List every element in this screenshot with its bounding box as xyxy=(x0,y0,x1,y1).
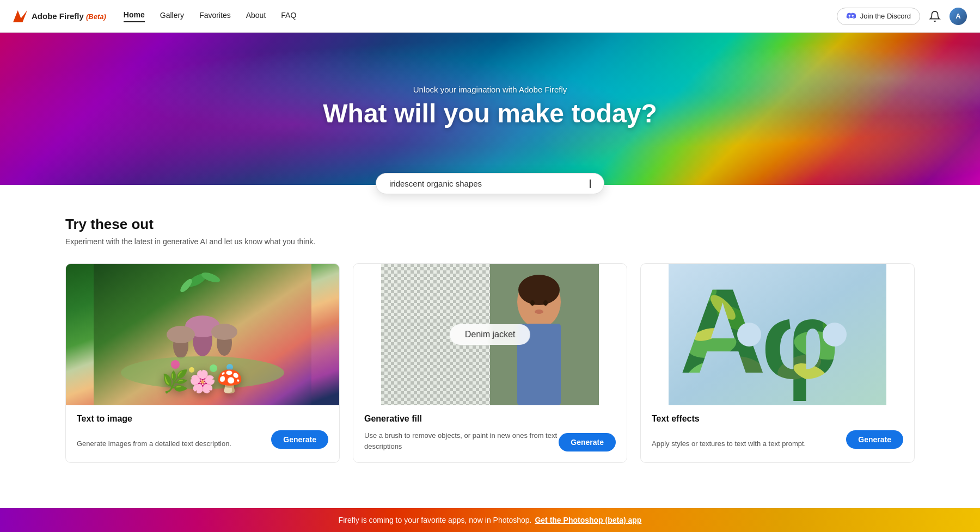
svg-point-27 xyxy=(518,275,560,305)
discord-icon xyxy=(846,11,856,21)
card-footer-text-to-image: Generate images from a detailed text des… xyxy=(77,430,328,449)
search-wrap xyxy=(0,173,980,194)
card-footer-generative-fill: Use a brush to remove objects, or paint … xyxy=(364,430,616,451)
nav-links: Home Gallery Favorites About FAQ xyxy=(124,10,837,22)
user-avatar[interactable]: A xyxy=(950,8,967,25)
cards-grid: Text to image Generate images from a det… xyxy=(65,263,915,463)
svg-point-51 xyxy=(823,323,847,347)
svg-point-11 xyxy=(226,364,233,370)
card-title-text-to-image: Text to image xyxy=(77,414,328,424)
card-title-generative-fill: Generative fill xyxy=(364,414,616,424)
nav-link-gallery[interactable]: Gallery xyxy=(160,11,184,22)
svg-point-8 xyxy=(211,324,237,340)
nav-link-about[interactable]: About xyxy=(246,11,266,22)
discord-button[interactable]: Join the Discord xyxy=(837,8,920,25)
section-subtitle: Experiment with the latest in generative… xyxy=(65,237,915,246)
search-input[interactable] xyxy=(389,179,589,188)
svg-point-6 xyxy=(167,326,195,343)
svg-point-9 xyxy=(121,356,284,389)
svg-point-28 xyxy=(530,300,535,306)
card-image-generative-fill: Denim jacket xyxy=(353,264,627,405)
card-desc-text-to-image: Generate images from a detailed text des… xyxy=(77,438,231,449)
nav-link-home[interactable]: Home xyxy=(124,10,145,22)
card-desc-generative-fill: Use a brush to remove objects, or paint … xyxy=(364,430,559,451)
bell-icon[interactable] xyxy=(929,10,941,22)
card-body-generative-fill: Generative fill Use a brush to remove ob… xyxy=(353,405,627,462)
section-title: Try these out xyxy=(65,216,915,233)
search-bar[interactable] xyxy=(376,173,604,194)
nav-link-faq[interactable]: FAQ xyxy=(281,11,296,22)
card-text-effects: A φ xyxy=(640,263,915,463)
card-title-text-effects: Text effects xyxy=(652,414,903,424)
card-body-text-effects: Text effects Apply styles or textures to… xyxy=(641,405,914,460)
generative-fill-prompt[interactable]: Denim jacket xyxy=(450,324,530,345)
adobe-logo-icon xyxy=(13,10,27,22)
hero-subtitle: Unlock your imagination with Adobe Firef… xyxy=(323,85,657,94)
svg-point-50 xyxy=(737,323,761,347)
navbar: Adobe Firefly (Beta) Home Gallery Favori… xyxy=(0,0,980,33)
discord-button-label: Join the Discord xyxy=(860,12,911,20)
svg-point-12 xyxy=(189,367,194,373)
text-to-image-illustration xyxy=(66,264,339,405)
try-section: Try these out Experiment with the latest… xyxy=(0,194,980,496)
generate-button-text-effects[interactable]: Generate xyxy=(846,430,903,449)
svg-point-29 xyxy=(543,300,548,306)
hero-content: Unlock your imagination with Adobe Firef… xyxy=(323,85,657,128)
generate-button-generative-fill[interactable]: Generate xyxy=(559,433,616,451)
card-desc-text-effects: Apply styles or textures to text with a … xyxy=(652,438,806,449)
svg-point-13 xyxy=(210,364,217,372)
text-effects-illustration: A φ xyxy=(641,264,914,405)
card-body-text-to-image: Text to image Generate images from a det… xyxy=(66,405,339,460)
hero-title: What will you make today? xyxy=(323,100,657,128)
search-cursor xyxy=(590,180,591,188)
app-name: Adobe Firefly (Beta) xyxy=(32,11,106,21)
generate-button-text-to-image[interactable]: Generate xyxy=(271,430,328,449)
hero-banner: Unlock your imagination with Adobe Firef… xyxy=(0,33,980,185)
card-image-text-to-image xyxy=(66,264,339,405)
svg-point-10 xyxy=(171,360,180,369)
avatar-initials: A xyxy=(955,12,960,20)
card-text-to-image: Text to image Generate images from a det… xyxy=(65,263,340,463)
nav-link-favorites[interactable]: Favorites xyxy=(199,11,231,22)
card-generative-fill: Denim jacket Generative fill Use a brush… xyxy=(353,263,627,463)
app-logo[interactable]: Adobe Firefly (Beta) xyxy=(13,10,106,22)
svg-point-30 xyxy=(535,310,543,314)
card-image-text-effects: A φ xyxy=(641,264,914,405)
nav-right: Join the Discord A xyxy=(837,8,967,25)
card-footer-text-effects: Apply styles or textures to text with a … xyxy=(652,430,903,449)
